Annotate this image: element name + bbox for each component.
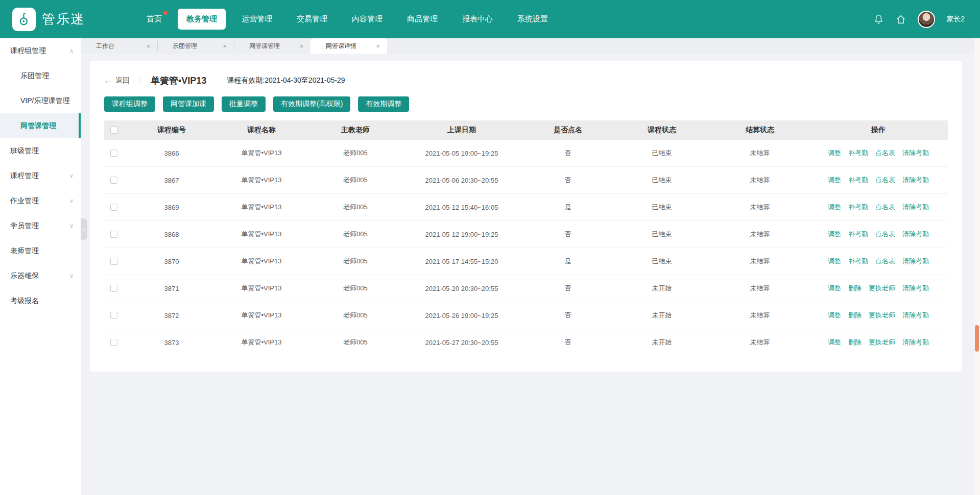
action-link-更换老师[interactable]: 更换老师 [869,311,895,319]
row-checkbox[interactable] [110,258,117,265]
sidebar-collapse-handle[interactable]: ‹ [81,218,87,240]
action-link-清除考勤[interactable]: 清除考勤 [902,284,929,292]
action-link-补考勤[interactable]: 补考勤 [848,257,868,265]
action-link-清除考勤[interactable]: 清除考勤 [902,311,929,319]
action-link-清除考勤[interactable]: 清除考勤 [902,203,929,211]
sidebar-item-课程管理[interactable]: 课程管理∨ [0,163,81,188]
action-link-点名表[interactable]: 点名表 [875,176,895,184]
row-checkbox[interactable] [110,285,117,292]
action-link-调整[interactable]: 调整 [828,149,841,157]
cell-roll: 否 [523,311,613,320]
sidebar-item-作业管理[interactable]: 作业管理∨ [0,188,81,213]
action-link-调整[interactable]: 调整 [828,338,841,346]
row-checkbox-cell [104,258,131,265]
action-link-清除考勤[interactable]: 清除考勤 [902,338,929,346]
action-link-调整[interactable]: 调整 [828,311,841,319]
sidebar-item-考级报名[interactable]: 考级报名 [0,288,81,313]
cell-teacher: 老师005 [310,230,400,239]
action-link-补考勤[interactable]: 补考勤 [848,203,868,211]
action-link-调整[interactable]: 调整 [828,203,841,211]
bell-icon[interactable] [873,14,884,25]
action-link-补考勤[interactable]: 补考勤 [848,149,868,157]
action-link-删除[interactable]: 删除 [848,311,862,319]
tab-工作台[interactable]: 工作台× [81,38,157,54]
home-icon[interactable] [895,14,906,25]
column-header-课程状态: 课程状态 [613,126,711,135]
back-label: 返回 [115,76,130,85]
topnav-item-内容管理[interactable]: 内容管理 [343,9,391,30]
topnav-item-系统设置[interactable]: 系统设置 [509,9,557,30]
button-批量调整[interactable]: 批量调整 [222,96,266,112]
action-link-调整[interactable]: 调整 [828,230,841,238]
row-checkbox-cell [104,285,131,292]
action-link-调整[interactable]: 调整 [828,176,841,184]
close-icon[interactable]: × [223,42,227,50]
row-checkbox-cell [104,204,131,211]
row-checkbox[interactable] [110,150,117,157]
topnav-item-报表中心[interactable]: 报表中心 [453,9,501,30]
topnav-item-教务管理[interactable]: 教务管理 [178,9,226,30]
action-link-清除考勤[interactable]: 清除考勤 [902,176,929,184]
row-checkbox[interactable] [110,204,117,211]
sidebar-item-乐器维保[interactable]: 乐器维保∨ [0,263,81,288]
button-有效期调整(高权限)[interactable]: 有效期调整(高权限) [273,96,350,112]
sidebar-item-学员管理[interactable]: 学员管理∨ [0,213,81,238]
sidebar-item-老师管理[interactable]: 老师管理 [0,238,81,263]
action-link-调整[interactable]: 调整 [828,257,841,265]
row-checkbox[interactable] [110,231,117,238]
topnav-item-商品管理[interactable]: 商品管理 [398,9,446,30]
action-link-点名表[interactable]: 点名表 [875,257,895,265]
action-link-清除考勤[interactable]: 清除考勤 [902,149,929,157]
user-avatar[interactable] [918,11,935,28]
cell-date: 2021-05-17 14:55~15:20 [400,258,523,265]
row-checkbox[interactable] [110,177,117,184]
action-link-更换老师[interactable]: 更换老师 [869,338,895,346]
sidebar-menu: 课程组管理∧乐团管理VIP/乐理课管理网管课管理班级管理课程管理∨作业管理∨学员… [0,38,81,495]
row-checkbox[interactable] [110,339,117,346]
action-link-补考勤[interactable]: 补考勤 [848,230,868,238]
cell-status: 已结束 [613,257,711,266]
action-link-清除考勤[interactable]: 清除考勤 [902,230,929,238]
button-网管课加课[interactable]: 网管课加课 [163,96,214,112]
sidebar-item-VIP/乐理课管理[interactable]: VIP/乐理课管理 [0,88,81,113]
tab-网管课管理[interactable]: 网管课管理× [234,38,310,54]
select-all-checkbox[interactable] [110,127,117,134]
username-label[interactable]: 家长2 [946,15,965,24]
topnav-item-首页[interactable]: 首页 [138,9,171,30]
tab-label: 网管课管理 [249,42,295,51]
action-link-删除[interactable]: 删除 [848,284,862,292]
row-checkbox[interactable] [110,312,117,319]
cell-status: 已结束 [613,230,711,239]
page-scrollbar[interactable] [974,38,980,495]
sidebar-item-乐团管理[interactable]: 乐团管理 [0,63,81,88]
cell-date: 2021-05-27 20:30~20:55 [400,339,523,346]
action-link-点名表[interactable]: 点名表 [875,203,895,211]
cell-status: 未开始 [613,338,711,347]
topnav-item-运营管理[interactable]: 运营管理 [233,9,281,30]
sidebar-item-课程组管理[interactable]: 课程组管理∧ [0,38,81,63]
action-link-删除[interactable]: 删除 [848,338,862,346]
close-icon[interactable]: × [146,42,150,50]
chevron-down-icon: ∨ [69,172,74,179]
action-link-补考勤[interactable]: 补考勤 [848,176,868,184]
back-button[interactable]: ← 返回 [104,76,130,85]
action-link-点名表[interactable]: 点名表 [875,149,895,157]
cell-settle: 未结算 [711,203,809,212]
cell-settle: 未结算 [711,257,809,266]
app-logo[interactable]: 管乐迷 [0,8,138,31]
action-link-点名表[interactable]: 点名表 [875,230,895,238]
action-link-清除考勤[interactable]: 清除考勤 [902,257,929,265]
sidebar-item-网管课管理[interactable]: 网管课管理 [0,113,81,138]
topnav-item-交易管理[interactable]: 交易管理 [288,9,336,30]
action-link-更换老师[interactable]: 更换老师 [869,284,895,292]
cell-status: 未开始 [613,284,711,293]
close-icon[interactable]: × [299,42,303,50]
button-有效期调整[interactable]: 有效期调整 [358,96,409,112]
tab-网管课详情[interactable]: 网管课详情× [310,38,387,54]
close-icon[interactable]: × [376,42,380,50]
scrollbar-thumb[interactable] [975,325,979,352]
action-link-调整[interactable]: 调整 [828,284,841,292]
tab-乐团管理[interactable]: 乐团管理× [157,38,234,54]
sidebar-item-班级管理[interactable]: 班级管理 [0,138,81,163]
button-课程组调整[interactable]: 课程组调整 [104,96,155,112]
